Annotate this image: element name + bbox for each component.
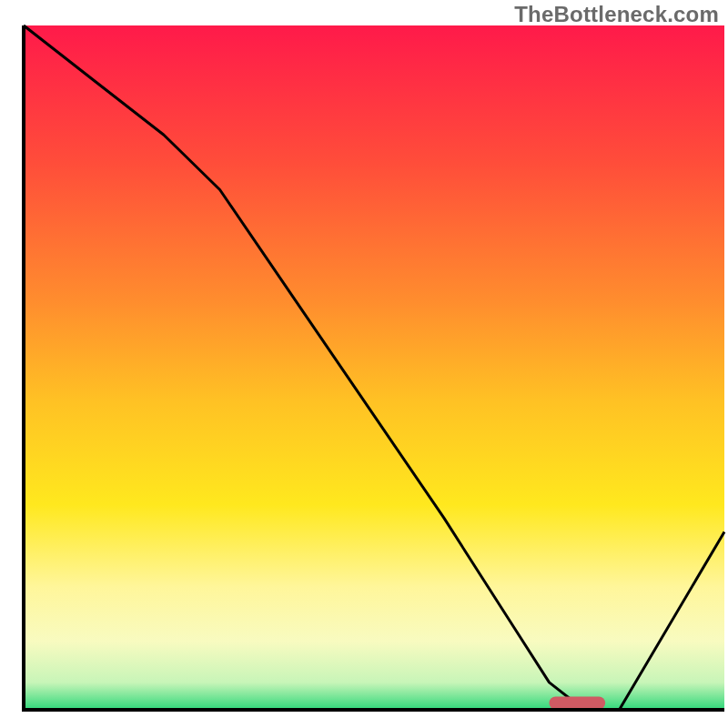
optimal-marker bbox=[550, 696, 606, 709]
bottleneck-chart bbox=[0, 0, 728, 728]
chart-gradient-background bbox=[24, 25, 724, 710]
